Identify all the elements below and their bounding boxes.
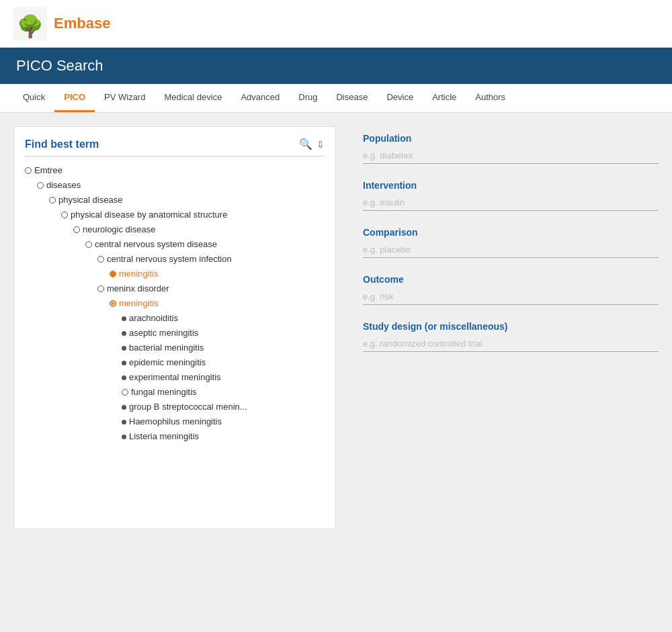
outcome-input[interactable] [363, 289, 659, 305]
pico-population-section: Population [363, 133, 659, 164]
intervention-label: Intervention [363, 180, 659, 191]
comparison-label: Comparison [363, 227, 659, 238]
tree-node-phys-anat[interactable]: physical disease by anatomical structure [25, 208, 325, 222]
study-design-input[interactable] [363, 336, 659, 352]
main-content: Find best term 🔍 ⇩ Emtree diseases physi… [0, 113, 672, 543]
tab-medical-device[interactable]: Medical device [155, 84, 231, 112]
tree-node-cns-disease[interactable]: central nervous system disease [25, 237, 325, 252]
find-best-term-header: Find best term 🔍 ⇩ [25, 138, 325, 156]
tree-node-listeria[interactable]: Listeria meningitis [25, 429, 325, 444]
logo-area: 🌳 Embase [13, 7, 110, 40]
tree-node-groupb[interactable]: group B streptococcal menin... [25, 400, 325, 414]
tree-node-experimental[interactable]: experimental meningitis [25, 370, 325, 385]
tab-pv-wizard[interactable]: PV Wizard [95, 84, 155, 112]
find-best-term-actions: 🔍 ⇩ [299, 138, 325, 150]
tab-article[interactable]: Article [423, 84, 466, 112]
left-panel: Find best term 🔍 ⇩ Emtree diseases physi… [13, 126, 336, 529]
outcome-label: Outcome [363, 274, 659, 285]
page-title: PICO Search [16, 57, 656, 75]
tree-node-meningitis-1[interactable]: meningitis [25, 267, 325, 281]
intervention-input[interactable] [363, 195, 659, 211]
find-best-term-label: Find best term [25, 138, 99, 150]
tree-node-fungal[interactable]: fungal meningitis [25, 385, 325, 400]
tree-node-physical-disease[interactable]: physical disease [25, 193, 325, 208]
tab-advanced[interactable]: Advanced [231, 84, 289, 112]
tree-node-emtree[interactable]: Emtree [25, 163, 325, 178]
study-design-label: Study design (or miscellaneous) [363, 321, 659, 332]
tree-node-epidemic[interactable]: epidemic meningitis [25, 355, 325, 370]
download-icon[interactable]: ⇩ [317, 139, 325, 150]
comparison-input[interactable] [363, 242, 659, 258]
search-icon[interactable]: 🔍 [299, 138, 312, 150]
tree-node-meningitis-2[interactable]: meningitis [25, 296, 325, 311]
tab-drug[interactable]: Drug [289, 84, 327, 112]
tab-quick[interactable]: Quick [13, 84, 54, 112]
nav-tabs: Quick PICO PV Wizard Medical device Adva… [0, 84, 672, 113]
tab-disease[interactable]: Disease [327, 84, 377, 112]
svg-text:🌳: 🌳 [17, 13, 44, 39]
tree-browser: Emtree diseases physical disease physica… [25, 163, 325, 444]
elsevier-logo-icon: 🌳 [13, 7, 47, 40]
page-title-bar: PICO Search [0, 48, 672, 84]
pico-study-design-section: Study design (or miscellaneous) [363, 321, 659, 352]
tree-node-arachnoiditis[interactable]: arachnoiditis [25, 311, 325, 326]
tab-pico[interactable]: PICO [54, 84, 95, 112]
pico-comparison-section: Comparison [363, 227, 659, 258]
tree-node-meninx[interactable]: meninx disorder [25, 281, 325, 296]
tree-node-bacterial[interactable]: bacterial meningitis [25, 341, 325, 355]
tree-node-haemophilus[interactable]: Haemophilus meningitis [25, 414, 325, 429]
pico-intervention-section: Intervention [363, 180, 659, 211]
tree-node-neurologic[interactable]: neurologic disease [25, 222, 325, 237]
tree-node-diseases[interactable]: diseases [25, 178, 325, 193]
population-label: Population [363, 133, 659, 144]
tab-authors[interactable]: Authors [466, 84, 515, 112]
pico-outcome-section: Outcome [363, 274, 659, 305]
app-name: Embase [54, 15, 110, 32]
tree-node-cns-infection[interactable]: central nervous system infection [25, 252, 325, 267]
population-input[interactable] [363, 148, 659, 164]
tree-node-aseptic[interactable]: aseptic meningitis [25, 326, 325, 341]
app-header: 🌳 Embase [0, 0, 672, 48]
pico-form: Population Intervention Comparison Outco… [349, 126, 659, 529]
tab-device[interactable]: Device [377, 84, 423, 112]
